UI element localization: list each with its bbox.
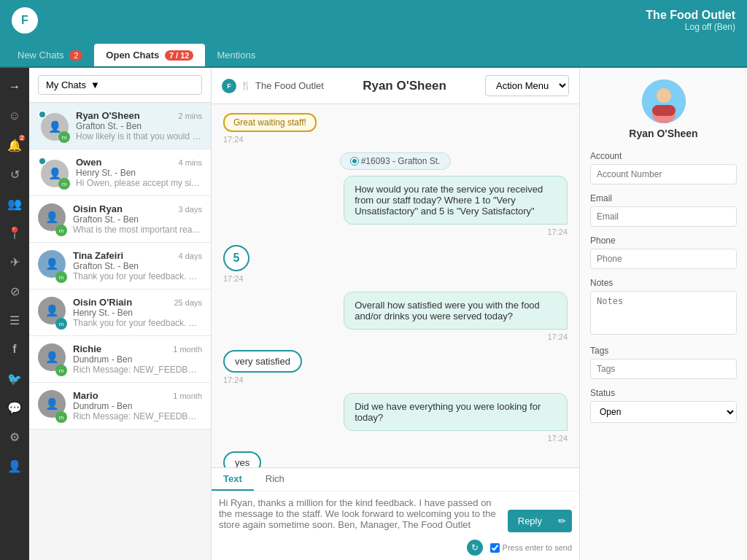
account-label: Account [590, 151, 737, 161]
icon-sidebar: → ☺ 🔔 2 ↺ 👥 📍 ✈ ⊘ ☰ f 🐦 💬 ⚙ 👤 [0, 68, 29, 560]
chat-time: 25 days [174, 298, 202, 307]
phone-input[interactable] [590, 249, 737, 269]
chat-item-content: Oisin O'Riain 25 days Henry St. - Ben Th… [73, 297, 202, 328]
nav-block-icon[interactable]: ⊘ [1, 278, 28, 304]
notes-textarea[interactable] [590, 291, 737, 335]
avatar-container: 👤 m [38, 203, 66, 235]
message-group: Did we have everything you were looking … [223, 393, 568, 443]
avatar-container: 👤 m [38, 343, 66, 375]
chat-preview: How likely is it that you would recomme.… [76, 131, 202, 141]
main-layout: → ☺ 🔔 2 ↺ 👥 📍 ✈ ⊘ ☰ f 🐦 💬 ⚙ 👤 My Chats ▼ [0, 68, 747, 560]
chat-item[interactable]: 👤 m Mario 1 month Dundrum - Ben Rich Mes… [29, 383, 211, 429]
svg-point-3 [657, 88, 671, 103]
chat-item-content: Ryan O'Sheen 2 mins Grafton St. - Ben Ho… [76, 110, 202, 141]
compose-tab-rich[interactable]: Rich [254, 468, 296, 491]
reply-button[interactable]: Reply [508, 510, 552, 532]
chat-panel: F 🍴 The Food Outlet Ryan O'Sheen Action … [212, 68, 579, 560]
nav-arrow-icon[interactable]: → [1, 74, 28, 100]
chat-item-content: Oisin Ryan 3 days Grafton St. - Ben What… [73, 203, 202, 235]
nav-settings-icon[interactable]: ⚙ [1, 424, 28, 450]
chat-outlet: F 🍴 The Food Outlet [222, 79, 324, 93]
message-group: How would you rate the service you recei… [223, 176, 568, 236]
tab-open-chats[interactable]: Open Chats 7 / 12 [94, 44, 205, 66]
account-field-group: Account [590, 151, 737, 184]
chat-item[interactable]: 👤 m Ryan O'Sheen 2 mins Grafton St. - Be… [29, 103, 211, 149]
chat-item[interactable]: 👤 m Richie 1 month Dundrum - Ben Rich Me… [29, 336, 211, 383]
chat-sub: Dundrum - Ben [73, 401, 202, 411]
msg-time: 17:24 [223, 228, 568, 236]
status-select[interactable]: Open [590, 401, 737, 423]
chat-sub: Dundrum - Ben [73, 354, 202, 365]
chat-preview: Thank you for your feedback. Your entry … [73, 271, 202, 281]
channel-icon: m [58, 131, 70, 143]
nav-send-icon[interactable]: ✈ [1, 249, 28, 275]
chat-name: Ryan O'Sheen [76, 110, 140, 121]
my-chats-dropdown[interactable]: My Chats ▼ [38, 75, 202, 95]
attach-button[interactable]: ✏ [552, 510, 572, 532]
email-label: Email [590, 193, 737, 203]
nav-facebook-icon[interactable]: f [1, 336, 28, 362]
nav-list-icon[interactable]: ☰ [1, 307, 28, 333]
msg-bubble-right: Did we have everything you were looking … [344, 393, 568, 431]
action-menu-select[interactable]: Action Menu [485, 75, 569, 96]
chat-time: 1 month [173, 345, 202, 354]
account-input[interactable] [590, 164, 737, 184]
notes-label: Notes [590, 278, 737, 288]
nav-history-icon[interactable]: ↺ [1, 161, 28, 187]
chat-item[interactable]: 👤 m Tina Zafeiri 4 days Grafton St. - Be… [29, 243, 211, 289]
nav-location-icon[interactable]: 📍 [1, 219, 28, 246]
chat-contact-name: Ryan O'Sheen [331, 79, 478, 93]
logoff-link[interactable]: Log off (Ben) [646, 22, 735, 32]
email-input[interactable] [590, 206, 737, 227]
channel-icon: m [55, 365, 67, 376]
tabs-bar: New Chats 2 Open Chats 7 / 12 Mentions [0, 40, 747, 68]
chat-time: 1 month [173, 392, 202, 400]
online-indicator [38, 157, 47, 166]
msg-time: 17:24 [223, 274, 568, 283]
compose-tab-text[interactable]: Text [212, 468, 254, 491]
outlet-avatar-icon: F [222, 79, 236, 93]
nav-chat-icon[interactable]: 💬 [1, 394, 28, 421]
open-chats-badge: 7 / 12 [165, 50, 194, 61]
chat-name: Mario [73, 390, 98, 401]
tags-input[interactable] [590, 359, 737, 379]
nav-notification-icon[interactable]: 🔔 2 [1, 132, 28, 158]
contact-avatar-section: Ryan O'Sheen [590, 79, 737, 139]
location-tag: #16093 - Grafton St. [340, 152, 452, 170]
msg-tag-bubble: Great waiting staff! [223, 113, 317, 132]
outlet-name: The Food Outlet [646, 9, 735, 22]
refresh-icon[interactable]: ↻ [467, 540, 483, 556]
chat-item[interactable]: 👤 m Oisin Ryan 3 days Grafton St. - Ben … [29, 196, 211, 243]
message-group: 5 17:24 [223, 245, 568, 283]
compose-textarea[interactable] [219, 497, 502, 532]
channel-icon: m [55, 411, 67, 423]
chat-item[interactable]: 👤 m Owen 4 mins Henry St. - Ben Hi Owen,… [29, 149, 211, 196]
chat-item[interactable]: 👤 m Oisin O'Riain 25 days Henry St. - Be… [29, 289, 211, 336]
nav-twitter-icon[interactable]: 🐦 [1, 365, 28, 392]
chat-sub: Grafton St. - Ben [73, 214, 202, 225]
chat-preview: Rich Message: NEW_FEEDBACK [73, 411, 202, 421]
compose-input-row: Reply ✏ [212, 491, 579, 538]
notification-badge: 2 [19, 135, 25, 141]
notes-field-group: Notes [590, 278, 737, 337]
nav-team-icon[interactable]: 👥 [1, 190, 28, 217]
press-enter-label: Press enter to send [503, 543, 572, 552]
msg-bubble-right: How would you rate the service you recei… [344, 176, 568, 225]
tab-new-chats[interactable]: New Chats 2 [6, 44, 94, 66]
chat-list: 👤 m Ryan O'Sheen 2 mins Grafton St. - Be… [29, 103, 211, 560]
nav-profile-icon[interactable]: 👤 [1, 453, 28, 479]
msg-time: 17:24 [223, 332, 568, 341]
msg-bubble-right: Overall how satisfied were you with the … [344, 292, 568, 330]
chat-header: F 🍴 The Food Outlet Ryan O'Sheen Action … [212, 68, 579, 104]
chat-sub: Henry St. - Ben [73, 308, 202, 318]
nav-smiley-icon[interactable]: ☺ [1, 103, 28, 129]
number-answer-bubble: 5 [223, 245, 249, 271]
app-logo: F [12, 7, 38, 34]
tab-mentions[interactable]: Mentions [205, 44, 267, 66]
avatar-container: 👤 m [38, 250, 66, 281]
press-enter-checkbox[interactable] [490, 543, 500, 553]
chat-preview: Rich Message: NEW_FEEDBACK [73, 365, 202, 375]
status-field-group: Status Open [590, 388, 737, 423]
compose-area: Text Rich Reply ✏ ↻ Press enter to s [212, 467, 579, 560]
chat-preview: Hi Owen, please accept my sincere apolo.… [76, 178, 202, 188]
